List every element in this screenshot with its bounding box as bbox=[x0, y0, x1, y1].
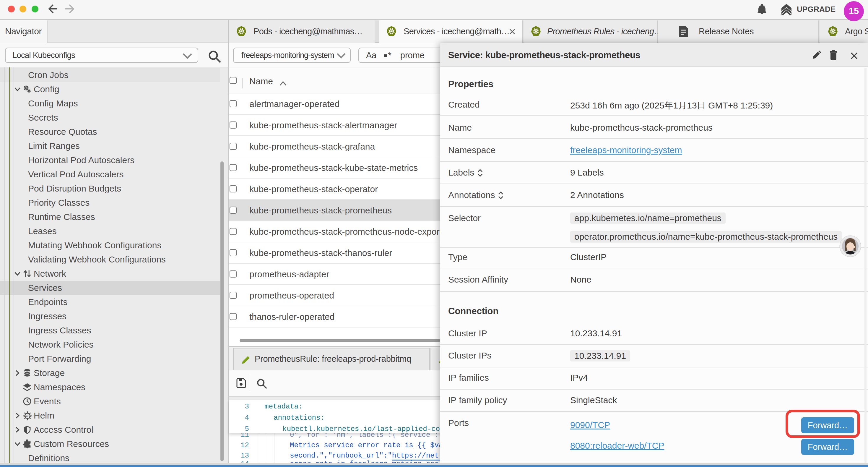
svg-text:HELM: HELM bbox=[24, 415, 31, 418]
